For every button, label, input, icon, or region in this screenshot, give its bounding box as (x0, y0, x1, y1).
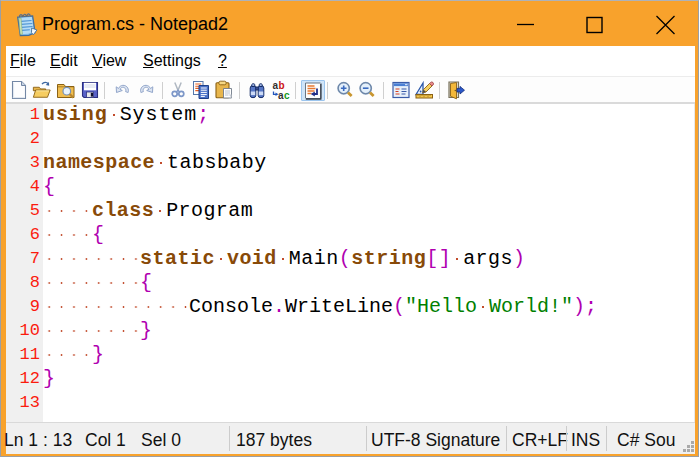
svg-text:c: c (284, 90, 290, 101)
